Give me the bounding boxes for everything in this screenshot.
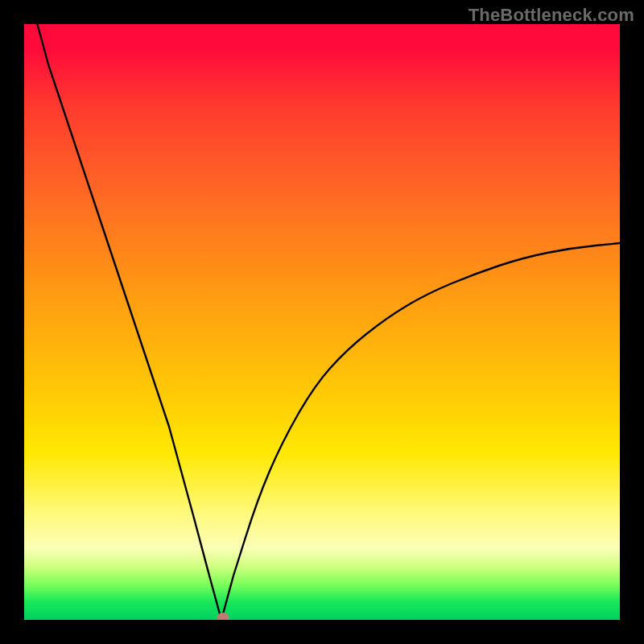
minimum-marker [217,613,229,620]
bottleneck-curve [24,24,620,620]
chart-plot-area [24,24,620,620]
curve-path [24,24,620,620]
watermark-text: TheBottleneck.com [469,5,634,26]
